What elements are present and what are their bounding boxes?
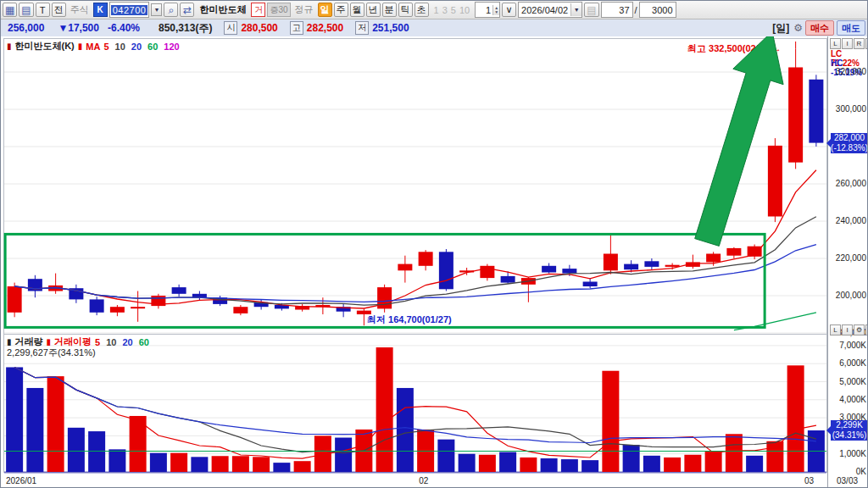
volume-shares: 850,313(주) [159, 21, 212, 36]
volume-bar [766, 441, 783, 472]
axis-button-R[interactable]: R [854, 38, 865, 49]
chart-canvas[interactable] [1, 36, 868, 488]
volume-axis-label: 7,000K [839, 341, 866, 350]
minute-option-1[interactable]: 1 [434, 5, 439, 15]
minute-option-10[interactable]: 10 [459, 5, 470, 15]
volume-bar [787, 365, 804, 472]
candle-body [439, 252, 453, 289]
highlight-box [5, 234, 765, 327]
period-button-주[interactable]: 주 [334, 3, 348, 17]
axis-end-date: 03/03 [837, 476, 858, 485]
x-axis-label: 03 [804, 476, 814, 485]
x-axis-label: 2026/01 [6, 476, 36, 485]
margin-badge: 증30 [267, 3, 290, 17]
low-price: 251,500 [372, 22, 409, 34]
candle-body [768, 146, 782, 217]
buy-button[interactable]: 매수 [805, 20, 834, 36]
last-price-marker: 282,000 (-12.83%) [831, 133, 868, 153]
volume-ma-marker-icon: ▮ [47, 337, 52, 347]
code-dropdown-arrow[interactable]: ▼ [151, 3, 162, 16]
date-value: 2026/04/02 [521, 5, 568, 15]
volume-bar [253, 457, 270, 472]
asset-type-label[interactable]: 주식 [68, 3, 92, 16]
volume-bar [191, 457, 208, 472]
volume-bar [212, 456, 229, 472]
ma-line [14, 217, 816, 305]
ma-period-60: 60 [147, 42, 158, 52]
bar-list-icon[interactable]: ▤ [584, 3, 598, 17]
ma-label: MA [86, 42, 100, 52]
gear-icon[interactable]: ⚙ [793, 22, 803, 34]
regular-session-label[interactable]: 정규 [292, 3, 316, 16]
period-button-월[interactable]: 월 [350, 3, 364, 17]
settings-icon[interactable]: ⚙ [854, 324, 865, 336]
current-price: 256,000 [8, 22, 44, 34]
volume-bar [47, 376, 64, 472]
period-button-초[interactable]: 초 [415, 3, 429, 17]
volume-axis-button-I[interactable]: I [842, 324, 853, 336]
price-axis-label: 320,000 [836, 67, 866, 76]
minute-option-3[interactable]: 3 [442, 5, 448, 15]
sell-button[interactable]: 매도 [837, 20, 865, 36]
volume-bar [643, 456, 660, 472]
ma-period-10: 10 [115, 42, 125, 52]
chart-mode-label: [일] [772, 21, 789, 36]
volume-bar [499, 452, 516, 472]
candle-body [644, 261, 659, 267]
candle-body [419, 252, 433, 266]
price-axis-label: 200,000 [836, 291, 866, 300]
volume-bar [705, 452, 722, 472]
period-button-일[interactable]: 일 [318, 3, 332, 17]
market-badge: K [93, 3, 108, 17]
tool-button-t[interactable]: T [36, 3, 50, 17]
legend-marker-icon: ▮ [7, 42, 12, 51]
minute-option-5[interactable]: 5 [451, 5, 456, 15]
period-button-년[interactable]: 년 [366, 3, 381, 17]
bar-total-input[interactable]: 3000 [639, 2, 676, 18]
price-change: ▼17,500 [58, 22, 99, 34]
price-axis-label: 300,000 [836, 104, 866, 114]
candle-body [233, 307, 248, 313]
axis-button-L[interactable]: L [830, 38, 841, 49]
volume-axis-button-L[interactable]: L [830, 324, 841, 336]
volume-bar [108, 449, 125, 472]
x-axis-label: 02 [419, 476, 428, 485]
price-legend-title: 한미반도체(K) [15, 40, 75, 53]
volume-ma-period-5: 5 [95, 337, 100, 347]
stock-code-input[interactable]: 042700 [109, 2, 150, 18]
volume-bar [335, 438, 352, 472]
chart-area: ▮ 한미반도체(K) ▮ MA 5102060120 ▮ 거래량 ▮ 거래이평 … [1, 36, 868, 488]
quote-info-bar: 256,000 ▼17,500 -6.40% 850,313(주) 시 280,… [1, 19, 868, 37]
candle-body [624, 264, 638, 270]
marker-pct: (-12.83%) [831, 143, 868, 153]
high-price: 282,500 [307, 22, 343, 34]
search-icon[interactable]: ⌕ [164, 3, 178, 17]
price-change-pct: -6.40% [108, 22, 140, 34]
volume-axis-label: 5,000K [839, 377, 866, 386]
tool-button-jeon[interactable]: 전 [52, 3, 66, 17]
interval-stepper[interactable]: 1 ▲▼ [475, 2, 500, 18]
candle-body [8, 286, 22, 313]
date-picker[interactable]: 2026/04/02 ▼ [518, 2, 582, 18]
period-button-group: 일주월년분틱초 [318, 3, 429, 17]
stepper-arrows-icon[interactable]: ▲▼ [492, 5, 499, 15]
open-price: 280,500 [241, 22, 277, 34]
period-button-틱[interactable]: 틱 [398, 3, 413, 17]
stock-chart-window: ▦ ▤ T 전 주식 K 042700 ▼ ⌕ ⇄ 한미반도체 거 증30 정규… [0, 0, 868, 488]
axis-button-I[interactable]: I [842, 38, 853, 49]
volume-marker: 2,299K (34.31%) [831, 420, 868, 441]
refresh-icon[interactable]: ⇄ [180, 3, 194, 17]
layout-grid-icon[interactable]: ▦ [3, 3, 17, 17]
trading-flag-badge: 거 [251, 3, 265, 17]
volume-bar [376, 347, 393, 472]
candle-body [665, 265, 680, 267]
candle-body [604, 254, 618, 271]
volume-ma-period-list: 5102060 [95, 337, 149, 347]
period-button-분[interactable]: 분 [382, 3, 397, 17]
ma-period-120: 120 [164, 42, 179, 52]
bar-position-input[interactable]: 37 [601, 2, 633, 18]
layout-split-icon[interactable]: ▤ [19, 3, 33, 17]
check-dropdown-button[interactable]: ∨ [502, 3, 516, 17]
date-dropdown-arrow[interactable]: ▼ [570, 3, 581, 16]
candle-body [110, 307, 125, 313]
